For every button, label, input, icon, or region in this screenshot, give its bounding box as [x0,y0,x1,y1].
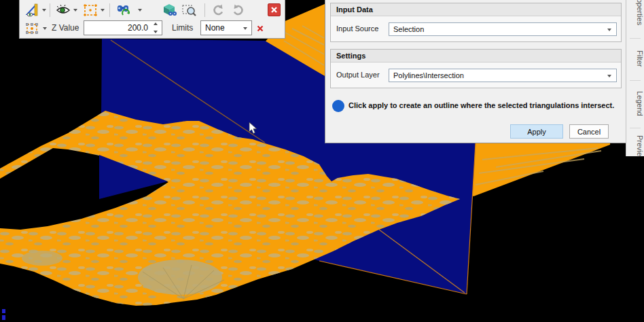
settings-section: Settings Output Layer Polylines\Intersec… [330,49,622,88]
undo-button[interactable] [210,2,226,18]
search-refresh-dropdown[interactable] [137,2,143,18]
selection-settings-dropdown[interactable] [41,20,48,37]
view-box-search-tool-button[interactable] [161,2,177,18]
chevron-down-icon [607,29,611,31]
tab-properties[interactable]: Properties [626,0,644,33]
digitise-tool-button[interactable] [24,2,40,18]
redo-button[interactable] [230,2,247,18]
zoom-selection-tool-button[interactable] [181,2,198,18]
input-source-value: Selection [393,25,424,33]
tab-divider [630,38,641,39]
toolbar-separator [50,3,50,17]
input-data-section: Input Data Input Source Selection [330,3,622,42]
input-data-header: Input Data [331,3,621,16]
chevron-down-icon [138,9,142,12]
intersect-triangulations-panel: Input Data Input Source Selection Settin… [325,0,626,143]
side-tab-strip: Properties Filter Legend Preview [626,0,644,156]
visibility-tool-button[interactable] [55,2,71,18]
info-icon [332,100,344,112]
toolbar-separator [204,3,205,17]
z-value-input[interactable]: 200.0 [84,20,162,35]
settings-header: Settings [331,50,621,62]
output-layer-value: Polylines\Intersection [393,71,464,79]
chevron-down-icon [607,75,611,77]
chevron-down-icon [42,9,46,12]
spinner-down-icon [154,31,158,33]
chevron-down-icon [243,27,247,30]
selection-settings-tool-button[interactable] [24,20,40,37]
cancel-button[interactable]: Cancel [569,124,609,139]
tab-filter[interactable]: Filter [626,42,644,75]
visibility-dropdown[interactable] [72,2,79,18]
z-value: 200.0 [128,23,148,33]
tab-legend[interactable]: Legend [626,84,644,122]
input-source-combobox[interactable]: Selection [389,22,617,36]
limits-clear-button[interactable] [255,20,266,37]
floating-toolbar: Z Value 200.0 Limits None [19,0,285,39]
z-value-spinner[interactable] [151,22,160,33]
spinner-up-icon [154,22,158,25]
info-message: Click apply to create an outline where t… [348,101,615,110]
toolbar-separator [109,3,110,17]
apply-button[interactable]: Apply [510,124,563,139]
close-icon [270,6,278,14]
digitise-dropdown[interactable] [41,2,48,18]
chevron-down-icon [101,9,105,12]
application-window: Z Value 200.0 Limits None Input [0,0,644,322]
tab-divider [630,128,641,128]
tab-divider [630,80,641,81]
chevron-down-icon [43,27,47,30]
limits-value: None [205,23,225,33]
selection-box-tool-button[interactable] [82,2,99,18]
toolbar-close-button[interactable] [268,3,281,16]
limits-combobox[interactable]: None [200,20,252,35]
input-source-label: Input Source [336,24,378,33]
search-refresh-tool-button[interactable] [115,2,132,18]
tab-preview[interactable]: Preview [626,132,644,156]
z-value-label: Z Value [52,23,79,33]
output-layer-label: Output Layer [336,71,380,79]
selection-box-dropdown[interactable] [99,2,106,18]
limits-label: Limits [172,23,193,33]
output-layer-combobox[interactable]: Polylines\Intersection [389,69,617,82]
clear-x-icon [257,25,264,32]
chevron-down-icon [73,9,77,12]
